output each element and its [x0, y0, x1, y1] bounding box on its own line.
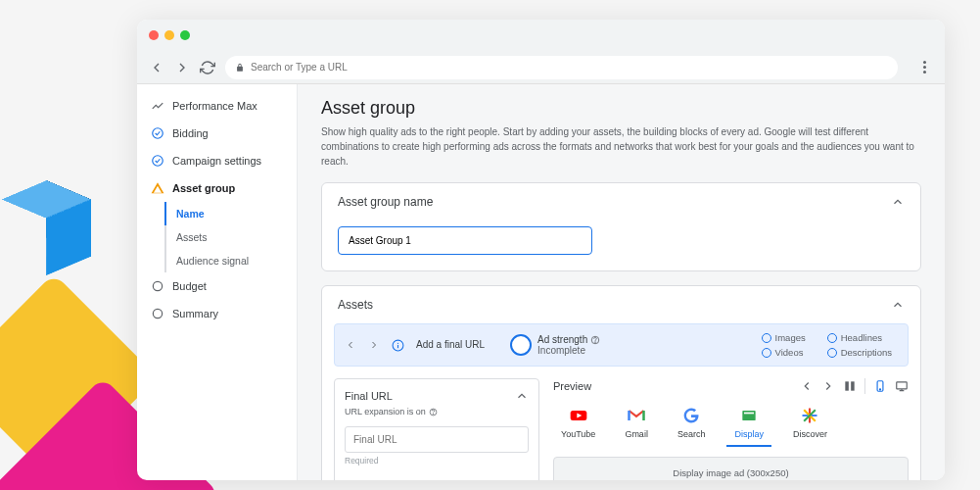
info-icon	[392, 339, 404, 352]
sidebar: Performance Max Bidding Campaign setting…	[137, 84, 298, 480]
network-search[interactable]: Search	[670, 402, 714, 447]
network-display[interactable]: Display	[726, 402, 771, 447]
preview-networks: YouTube Gmail Search	[553, 402, 909, 447]
next-step-button[interactable]	[368, 339, 380, 351]
final-url-sub: URL expansion is on	[345, 407, 426, 416]
option-videos[interactable]: Videos	[762, 347, 806, 358]
add-final-url-label: Add a final URL	[416, 339, 485, 352]
svg-point-1	[153, 156, 163, 167]
svg-point-8	[595, 341, 596, 342]
final-url-title: Final URL	[345, 390, 393, 402]
page-title: Asset group	[321, 98, 921, 119]
sidebar-label: Bidding	[172, 127, 209, 139]
network-youtube[interactable]: YouTube	[553, 402, 603, 447]
next-preview-button[interactable]	[821, 379, 835, 393]
svg-point-10	[433, 414, 434, 415]
svg-point-3	[153, 309, 162, 318]
final-url-input[interactable]	[345, 426, 529, 453]
lock-icon	[235, 63, 245, 73]
sidebar-item-summary[interactable]: Summary	[137, 300, 297, 327]
option-headlines[interactable]: Headlines	[827, 332, 892, 343]
prev-step-button[interactable]	[345, 339, 356, 351]
assets-card: Assets Add a final URL Ad strength	[321, 285, 921, 480]
svg-point-5	[397, 342, 398, 343]
url-bar	[137, 51, 945, 84]
browser-window: Performance Max Bidding Campaign setting…	[137, 20, 945, 480]
assets-toolbar: Add a final URL Ad strength Incomplete	[334, 323, 909, 367]
svg-rect-11	[845, 381, 849, 390]
circle-icon	[151, 307, 164, 320]
sidebar-sub-name[interactable]: Name	[164, 202, 297, 225]
sidebar-label: Performance Max	[172, 100, 257, 112]
option-images[interactable]: Images	[762, 332, 806, 343]
svg-rect-12	[851, 381, 855, 390]
google-icon	[681, 406, 701, 425]
sidebar-label: Budget	[172, 280, 207, 292]
ad-strength-status: Incomplete	[537, 345, 600, 356]
ad-strength-block: Ad strength Incomplete	[510, 334, 600, 356]
check-circle-icon	[151, 126, 164, 140]
sidebar-item-campaign-settings[interactable]: Campaign settings	[137, 147, 297, 174]
ad-strength-label: Ad strength	[537, 334, 587, 345]
svg-rect-6	[397, 344, 398, 347]
sidebar-item-asset-group[interactable]: Asset group	[137, 174, 297, 202]
network-discover[interactable]: Discover	[785, 402, 835, 447]
check-circle-icon	[151, 154, 164, 168]
main-area: Asset group Show high quality ads to the…	[298, 84, 945, 480]
sidebar-sub-audience[interactable]: Audience signal	[164, 249, 297, 272]
back-button[interactable]	[149, 60, 164, 75]
url-input[interactable]	[251, 62, 888, 73]
warning-icon	[151, 181, 164, 195]
sidebar-sub-assets[interactable]: Assets	[164, 225, 297, 249]
collapse-icon[interactable]	[891, 195, 905, 209]
trend-icon	[151, 99, 164, 113]
sidebar-label: Campaign settings	[172, 155, 261, 167]
sidebar-item-bidding[interactable]: Bidding	[137, 120, 297, 147]
display-icon	[739, 406, 759, 425]
help-icon[interactable]	[429, 408, 438, 416]
ad-preview-box: Display image ad (300x250)	[553, 457, 909, 480]
forward-button[interactable]	[174, 60, 190, 75]
network-gmail[interactable]: Gmail	[617, 402, 656, 447]
max-traffic-light[interactable]	[180, 30, 190, 40]
reload-button[interactable]	[200, 60, 215, 75]
titlebar	[137, 20, 945, 51]
page-description: Show high quality ads to the right peopl…	[321, 124, 921, 169]
url-input-container[interactable]	[225, 56, 898, 79]
mobile-icon[interactable]	[873, 379, 887, 393]
final-url-panel: Final URL URL expansion is on Required	[334, 378, 539, 480]
ad-strength-ring-icon	[510, 334, 532, 356]
ad-preview-label: Display image ad (300x250)	[673, 467, 788, 478]
collapse-icon[interactable]	[515, 389, 529, 403]
min-traffic-light[interactable]	[164, 30, 174, 40]
option-descriptions[interactable]: Descriptions	[827, 347, 892, 358]
card-title: Asset group name	[338, 195, 433, 209]
close-traffic-light[interactable]	[149, 30, 159, 40]
prev-preview-button[interactable]	[800, 379, 814, 393]
discover-icon	[800, 406, 819, 425]
card-title: Assets	[338, 298, 373, 312]
columns-icon[interactable]	[843, 379, 857, 393]
youtube-icon	[569, 406, 588, 425]
separator	[864, 378, 865, 394]
sidebar-item-performance-max[interactable]: Performance Max	[137, 92, 297, 120]
sidebar-item-budget[interactable]: Budget	[137, 272, 297, 300]
sidebar-label: Asset group	[172, 182, 235, 194]
sidebar-label: Summary	[172, 308, 218, 319]
svg-point-2	[153, 281, 162, 290]
gmail-icon	[627, 406, 646, 425]
svg-rect-17	[743, 411, 756, 420]
svg-rect-18	[744, 413, 754, 415]
circle-icon	[151, 279, 164, 293]
svg-rect-15	[897, 382, 908, 389]
desktop-icon[interactable]	[895, 379, 909, 393]
help-icon[interactable]	[590, 335, 600, 345]
required-label: Required	[345, 456, 529, 466]
asset-group-name-card: Asset group name	[321, 182, 921, 271]
svg-point-14	[879, 389, 880, 390]
decor-cube	[24, 189, 70, 266]
preview-panel: Preview	[553, 378, 909, 480]
asset-group-name-input[interactable]	[338, 226, 592, 255]
collapse-icon[interactable]	[891, 298, 905, 312]
browser-menu-button[interactable]	[915, 59, 933, 76]
